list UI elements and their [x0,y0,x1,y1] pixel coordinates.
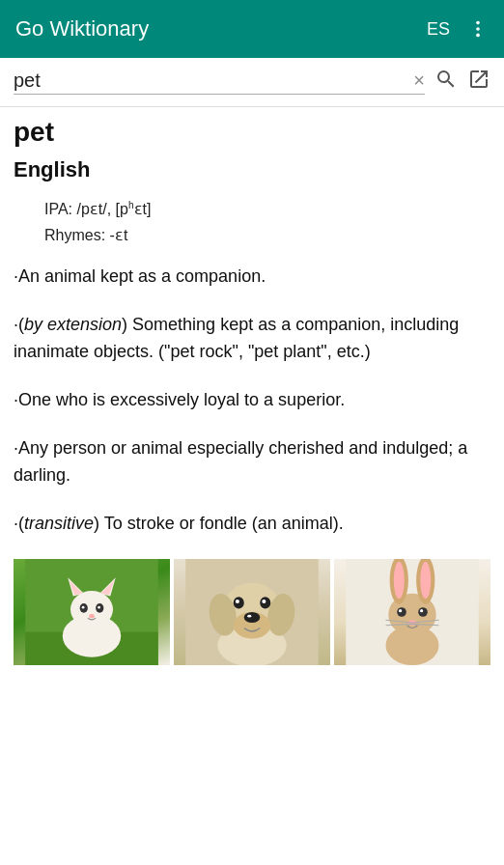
definition-1: ·An animal kept as a companion. [14,264,490,291]
search-input-wrapper: × [14,70,425,95]
svg-point-13 [82,605,85,608]
definition-3: ·One who is excessively loyal to a super… [14,387,490,414]
ipa-label: IPA: /pɛt/, [phɛt] [44,201,151,217]
dog-image[interactable] [174,559,330,665]
svg-point-6 [70,591,113,628]
svg-point-33 [394,561,405,599]
search-input[interactable] [14,70,407,92]
language-selector[interactable]: ES [427,19,450,40]
cat-image[interactable] [14,559,170,665]
svg-point-2 [476,34,480,38]
search-bar: × [0,58,504,107]
images-row [14,559,490,665]
ipa-text: IPA: /pɛt/, [phɛt] [44,196,490,222]
clear-search-icon[interactable]: × [413,70,425,92]
svg-point-37 [399,609,402,612]
svg-point-26 [236,600,239,603]
svg-point-14 [98,605,100,608]
header-actions: ES [427,18,489,40]
rhymes-text: Rhymes: -ɛt [44,222,490,248]
definition-4: ·Any person or animal especially cherish… [14,435,490,489]
open-external-icon[interactable] [467,68,490,97]
language-heading: English [14,157,490,182]
svg-point-23 [247,614,251,617]
rabbit-image[interactable] [334,559,490,665]
svg-point-22 [244,612,261,623]
search-icon[interactable] [434,68,458,97]
svg-point-1 [476,27,480,31]
svg-point-36 [418,607,428,617]
app-header: Go Wiktionary ES [0,0,504,58]
definition-2: ·(by extension) Something kept as a comp… [14,312,490,366]
by-extension-italic: by extension [24,315,122,334]
more-options-icon[interactable] [467,18,489,40]
svg-point-15 [89,614,95,618]
svg-point-0 [476,21,480,25]
svg-point-34 [420,561,431,599]
app-title: Go Wiktionary [15,16,149,42]
svg-point-38 [420,609,423,612]
svg-point-27 [262,600,266,603]
transitive-italic: transitive [24,514,94,533]
word-title: pet [14,117,490,148]
pronunciation-block: IPA: /pɛt/, [phɛt] Rhymes: -ɛt [44,196,490,248]
definition-5: ·(transitive) To stroke or fondle (an an… [14,511,490,538]
rhymes-label: Rhymes: -ɛt [44,227,127,243]
main-content: pet English IPA: /pɛt/, [phɛt] Rhymes: -… [0,107,504,684]
svg-point-35 [397,607,406,617]
